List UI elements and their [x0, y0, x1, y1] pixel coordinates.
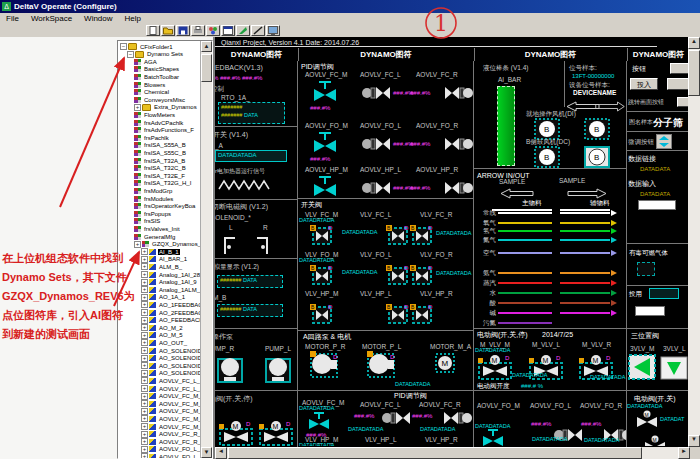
legend-line[interactable] [498, 282, 552, 284]
tree-expand-toggle[interactable]: + [141, 362, 148, 369]
tree-expand-toggle[interactable]: + [141, 431, 148, 438]
pid-valve-icon[interactable] [312, 131, 338, 159]
tree-item[interactable]: +AOVLV_FO_L_1 [141, 453, 205, 459]
tree-expand-toggle[interactable]: + [141, 446, 148, 453]
onoff-valve-icon[interactable]: BD [386, 225, 410, 251]
level-bar-dynamo[interactable] [497, 86, 515, 166]
pid-valve-icon[interactable] [443, 85, 473, 105]
tree-expand-toggle[interactable]: + [141, 339, 148, 346]
fan-icon[interactable]: B [534, 146, 560, 169]
onoff-valve-icon[interactable]: BD [310, 304, 334, 330]
switch-data-dynamo[interactable]: DATADATADA [215, 150, 287, 162]
three-position-valve-icon[interactable] [628, 354, 656, 384]
tree-item[interactable]: +AOVLV_FC_L_2 [141, 385, 204, 392]
pid-valve-icon[interactable] [308, 412, 330, 434]
tree-item[interactable]: +AOVLV_FC_R_1 [141, 438, 205, 445]
tree-item[interactable]: +Extra_Dynamos [134, 104, 198, 111]
tree-item[interactable]: GeneralMfg [134, 233, 176, 240]
gas-detector-icon[interactable] [637, 262, 655, 276]
tree-item[interactable]: Chemical [134, 89, 170, 96]
pid-valve-icon[interactable] [443, 180, 473, 199]
legend-line[interactable] [560, 302, 610, 304]
scroll-down-button[interactable]: ▼ [688, 435, 700, 447]
tree-item[interactable]: BasicShapes [134, 66, 180, 73]
tree-expand-toggle[interactable]: + [141, 324, 148, 331]
tree-item[interactable]: frsModules [134, 195, 174, 202]
motor-valve-icon[interactable]: M [635, 410, 659, 432]
menu-window[interactable]: Window [78, 13, 118, 24]
pid-valve-icon[interactable] [382, 410, 412, 430]
tree-item[interactable]: frsPachlk [134, 134, 170, 141]
tree-item[interactable]: +AO_1A_1 [141, 294, 186, 301]
new-button[interactable] [146, 25, 160, 36]
tree-expand-toggle[interactable]: + [141, 332, 148, 339]
tree-item[interactable]: −CFixFolder1 [120, 43, 174, 50]
run-button[interactable] [236, 25, 250, 36]
tree-item[interactable]: frsISA_T32A_B [134, 157, 186, 164]
tree-item[interactable]: +AOVLV_FC_L_ [141, 377, 201, 384]
tree-expand-toggle[interactable]: + [141, 286, 148, 293]
tree-item[interactable]: frsISA_S55C_B [134, 149, 187, 156]
tree-expand-toggle[interactable]: + [141, 271, 148, 278]
tree-item[interactable]: +ALM_B_ [141, 263, 183, 270]
tree-item[interactable]: +AOVLV_FO_L_ [141, 446, 201, 453]
legend-line[interactable] [498, 239, 552, 241]
legend-line[interactable] [498, 322, 552, 324]
tree-item[interactable]: +AO_M_2 [141, 324, 184, 331]
tree-item[interactable]: −Dynamo Sets [127, 51, 184, 58]
menu-file[interactable]: File [0, 13, 25, 24]
sample-button[interactable] [670, 63, 689, 74]
fan-icon[interactable]: B [584, 118, 610, 144]
tree-item[interactable]: ConveyorsMisc [134, 96, 186, 103]
tree-expand-toggle[interactable]: + [141, 385, 148, 392]
draw-line-button[interactable] [251, 25, 265, 36]
tree-expand-toggle[interactable]: + [141, 370, 148, 377]
analog-data-dynamo[interactable]: ####### DATA [217, 275, 283, 288]
tree-item[interactable]: BatchToolbar [134, 73, 180, 80]
onoff-valve-icon[interactable]: BD [310, 265, 334, 291]
menu-workspace[interactable]: WorkSpace [25, 13, 78, 24]
open-button[interactable] [161, 25, 175, 36]
legend-line[interactable] [498, 312, 552, 314]
tree-item[interactable]: frsISA_S55A_B [134, 142, 187, 149]
scroll-up-button[interactable]: ▲ [688, 37, 700, 49]
pid-valve-icon[interactable] [362, 136, 392, 156]
display-button[interactable] [266, 25, 280, 36]
tree-expand-toggle[interactable]: + [141, 347, 148, 354]
three-position-valve-icon[interactable] [660, 356, 688, 384]
tree-expand-toggle[interactable]: + [141, 263, 148, 270]
pid-valve-icon[interactable] [312, 175, 338, 199]
motor-valve-icon[interactable]: MD [219, 420, 253, 446]
tree-item[interactable]: frsAdvCPachlk [134, 119, 184, 126]
tree-item[interactable]: frsModGrp [134, 187, 173, 194]
motor-icon[interactable]: D [310, 351, 338, 383]
tree-expand-toggle[interactable]: + [141, 438, 148, 445]
tree-item[interactable]: +AOVLV_FC_M_ [141, 393, 203, 400]
sample-button[interactable] [667, 78, 689, 90]
tree-item[interactable]: +AO_OUT_ [141, 339, 188, 346]
onoff-valve-icon[interactable]: BD [410, 225, 434, 251]
pid-valve-icon[interactable] [482, 429, 504, 446]
tree-item[interactable]: frsPopups [134, 210, 172, 217]
tree-item[interactable]: frsISA_T32C_B [134, 165, 187, 172]
data-input-field[interactable] [638, 200, 676, 210]
legend-line[interactable] [560, 312, 610, 314]
save-button[interactable] [176, 25, 190, 36]
legend-line[interactable] [560, 239, 610, 241]
arrow-right-icon[interactable] [595, 98, 625, 116]
heater-icon[interactable] [218, 177, 270, 195]
tree-item[interactable]: +AOVLV_FC_R_ [141, 431, 202, 438]
tree-expand-toggle[interactable]: + [141, 408, 148, 415]
picture-canvas[interactable]: Qianxi Project, Version 4.1 Date: 2014.0… [213, 37, 700, 459]
tree-scroll-down-button[interactable]: ▼ [201, 447, 212, 458]
pid-valve-icon[interactable] [362, 180, 392, 199]
tree-scroll-thumb[interactable] [201, 54, 212, 82]
pump-icon[interactable] [217, 354, 243, 388]
tree-scroll-up-button[interactable]: ▲ [201, 41, 212, 52]
tree-expand-toggle[interactable]: + [141, 317, 148, 324]
legend-line[interactable] [498, 252, 552, 254]
tree-expand-toggle[interactable]: − [127, 51, 134, 58]
tree-item[interactable]: Blowers [134, 81, 166, 88]
pid-valve-icon[interactable] [362, 85, 392, 105]
sample-field[interactable] [635, 306, 665, 316]
